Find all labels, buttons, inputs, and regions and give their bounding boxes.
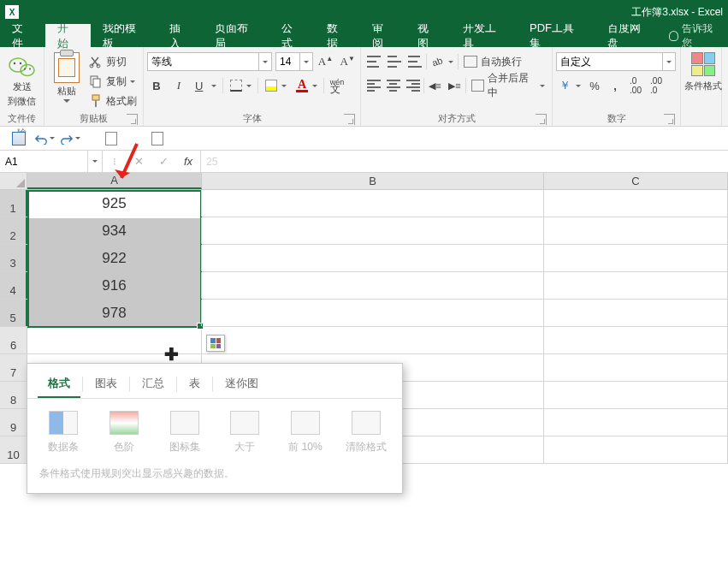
qa-item-iconset[interactable]: 图标集 xyxy=(158,411,210,454)
namebox-options[interactable]: ⁝ xyxy=(103,151,127,172)
cell-c2[interactable] xyxy=(544,217,728,244)
tab-data[interactable]: 数据 xyxy=(315,24,360,47)
merge-center-button[interactable]: 合并后居中 xyxy=(468,76,548,95)
qa-item-top10[interactable]: 前 10% xyxy=(280,411,332,454)
tab-formulas[interactable]: 公式 xyxy=(269,24,315,47)
send-to-wechat-button[interactable]: 发送 到微信 xyxy=(3,49,40,111)
font-dialog-launcher[interactable] xyxy=(344,114,355,125)
decrease-indent-button[interactable]: ◀≡ xyxy=(426,76,444,95)
align-right-button[interactable] xyxy=(404,76,422,95)
row-header-5[interactable]: 5 xyxy=(0,300,27,326)
row-header-8[interactable]: 8 xyxy=(0,382,27,408)
qat-custom-button-1[interactable] xyxy=(101,128,121,149)
cell-b1[interactable] xyxy=(202,190,544,217)
tab-pagelayout[interactable]: 页面布局 xyxy=(203,24,269,47)
tell-me-search[interactable]: 告诉我您 xyxy=(662,24,729,47)
tab-home[interactable]: 开始 xyxy=(45,24,91,47)
cell-c10[interactable] xyxy=(544,436,728,463)
phonetic-button[interactable]: wén文 xyxy=(328,76,346,95)
qa-tab-charts[interactable]: 图表 xyxy=(85,371,127,398)
cell-c8[interactable] xyxy=(544,382,728,408)
tab-insert[interactable]: 插入 xyxy=(157,24,203,47)
row-header-2[interactable]: 2 xyxy=(0,217,27,244)
cell-a6[interactable] xyxy=(27,327,202,353)
align-top-button[interactable] xyxy=(364,52,383,71)
column-header-a[interactable]: A xyxy=(27,173,202,189)
italic-button[interactable]: I xyxy=(169,76,188,95)
row-header-10[interactable]: 10 xyxy=(0,436,27,463)
font-name-combo[interactable]: 等线 xyxy=(147,52,272,71)
paste-button[interactable]: 粘贴 xyxy=(48,49,86,111)
conditional-format-button[interactable]: 条件格式 xyxy=(684,49,722,111)
cell-b2[interactable] xyxy=(202,217,544,244)
spreadsheet-grid[interactable]: A B C 1925 2934 3922 4916 5978 6 7 8 9 1… xyxy=(0,173,728,464)
bold-button[interactable]: B xyxy=(147,76,166,95)
percent-button[interactable]: % xyxy=(585,76,604,95)
cell-a5[interactable]: 978 xyxy=(27,300,202,326)
name-box[interactable]: A1 xyxy=(0,151,103,172)
font-size-combo[interactable]: 14 xyxy=(275,52,313,71)
tab-baidu[interactable]: 百度网盘 xyxy=(595,24,662,47)
select-all-corner[interactable] xyxy=(0,173,27,189)
enter-formula-button[interactable]: ✓ xyxy=(151,155,175,168)
qa-item-greaterthan[interactable]: 大于 xyxy=(219,411,271,454)
copy-button[interactable]: 复制 xyxy=(89,72,137,91)
cell-c1[interactable] xyxy=(544,190,728,217)
cell-a2[interactable]: 934 xyxy=(27,217,202,244)
decrease-font-size-button[interactable]: A▼ xyxy=(338,52,357,71)
cell-c9[interactable] xyxy=(544,409,728,436)
quick-analysis-button[interactable] xyxy=(206,335,225,352)
decrease-decimal-button[interactable]: .00.0 xyxy=(647,76,666,95)
cut-button[interactable]: 剪切 xyxy=(89,52,137,71)
fill-color-button[interactable] xyxy=(262,76,289,95)
alignment-dialog-launcher[interactable] xyxy=(536,114,547,125)
undo-button[interactable] xyxy=(34,128,55,149)
qa-tab-sparklines[interactable]: 迷你图 xyxy=(215,371,269,398)
row-header-1[interactable]: 1 xyxy=(0,190,27,217)
formula-input[interactable]: 25 xyxy=(201,151,728,172)
number-dialog-launcher[interactable] xyxy=(664,114,675,125)
cell-a4[interactable]: 916 xyxy=(27,272,202,299)
align-center-button[interactable] xyxy=(384,76,402,95)
format-painter-button[interactable]: 格式刷 xyxy=(89,92,137,110)
cell-c5[interactable] xyxy=(544,300,728,326)
row-header-9[interactable]: 9 xyxy=(0,409,27,436)
borders-button[interactable] xyxy=(227,76,254,95)
accounting-format-button[interactable]: ￥ xyxy=(556,76,583,95)
qa-item-databars[interactable]: 数据条 xyxy=(38,411,90,454)
tab-review[interactable]: 审阅 xyxy=(360,24,405,47)
cell-c4[interactable] xyxy=(544,272,728,299)
number-format-combo[interactable]: 自定义 xyxy=(556,52,676,71)
row-header-4[interactable]: 4 xyxy=(0,272,27,299)
insert-function-button[interactable]: fx xyxy=(176,155,200,168)
increase-indent-button[interactable]: ▶≡ xyxy=(446,76,464,95)
align-bottom-button[interactable] xyxy=(405,52,424,71)
increase-decimal-button[interactable]: .0.00 xyxy=(626,76,645,95)
align-middle-button[interactable] xyxy=(385,52,404,71)
clipboard-dialog-launcher[interactable] xyxy=(127,114,138,125)
comma-style-button[interactable]: , xyxy=(606,76,624,95)
tab-developer[interactable]: 开发工具 xyxy=(451,24,518,47)
underline-button[interactable]: U xyxy=(192,76,219,95)
qa-tab-totals[interactable]: 汇总 xyxy=(132,371,175,398)
qa-item-colorscale[interactable]: 色阶 xyxy=(98,411,151,454)
row-header-3[interactable]: 3 xyxy=(0,245,27,271)
qat-custom-button-2[interactable] xyxy=(147,128,168,149)
wrap-text-button[interactable]: 自动换行 xyxy=(460,52,525,71)
redo-button[interactable] xyxy=(60,128,80,149)
cell-b5[interactable] xyxy=(202,300,544,326)
cell-c6[interactable] xyxy=(544,327,728,353)
orientation-button[interactable]: ab xyxy=(429,52,456,71)
font-color-button[interactable]: A xyxy=(293,76,320,95)
qa-tab-tables[interactable]: 表 xyxy=(179,371,210,398)
increase-font-size-button[interactable]: A▲ xyxy=(317,52,335,71)
cell-b4[interactable] xyxy=(202,272,544,299)
cell-a3[interactable]: 922 xyxy=(27,245,202,271)
column-header-b[interactable]: B xyxy=(202,173,544,189)
tab-pdf[interactable]: PDF工具集 xyxy=(518,24,595,47)
qa-item-clearformat[interactable]: 清除格式 xyxy=(340,411,392,454)
cell-a1[interactable]: 925 xyxy=(27,190,202,217)
row-header-6[interactable]: 6 xyxy=(0,327,27,353)
qa-tab-format[interactable]: 格式 xyxy=(38,371,80,398)
align-left-button[interactable] xyxy=(364,76,382,95)
